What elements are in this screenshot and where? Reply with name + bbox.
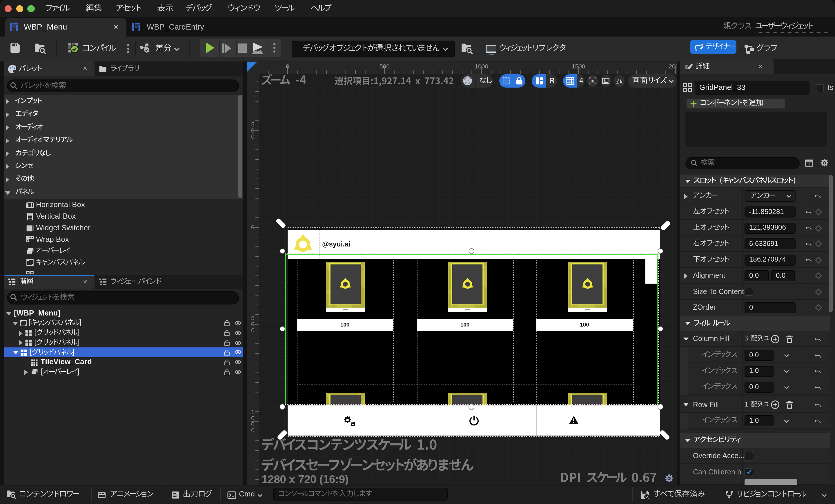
- svg-text:5: 5: [251, 121, 254, 127]
- svg-text:5: 5: [251, 314, 254, 321]
- svg-text:0: 0: [286, 63, 289, 69]
- svg-text:0: 0: [251, 427, 254, 433]
- svg-text:1: 1: [251, 408, 254, 415]
- svg-text:0: 0: [251, 320, 254, 327]
- svg-text:500: 500: [379, 63, 389, 69]
- svg-text:0: 0: [251, 415, 254, 421]
- svg-text:2000: 2000: [668, 63, 677, 69]
- svg-text:0: 0: [251, 421, 254, 427]
- svg-text:0: 0: [251, 326, 254, 333]
- svg-text:0: 0: [251, 224, 254, 230]
- svg-text:0: 0: [251, 127, 254, 134]
- svg-text:0: 0: [251, 133, 254, 140]
- svg-text:1000: 1000: [474, 63, 488, 69]
- svg-text:1500: 1500: [571, 63, 585, 69]
